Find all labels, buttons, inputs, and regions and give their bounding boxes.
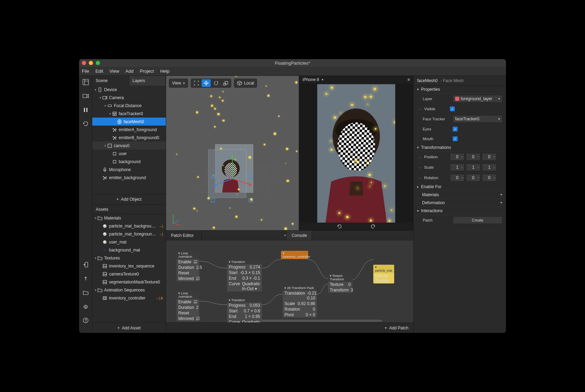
plus-icon[interactable]: + [500, 192, 502, 197]
section-materials[interactable]: Materials+ [414, 191, 506, 199]
scl-z-input[interactable]: 1Z [482, 163, 497, 171]
tree-row[interactable]: background [92, 158, 166, 166]
tab-patch-editor[interactable]: Patch Editor [166, 231, 202, 240]
flip-icon[interactable] [370, 224, 376, 229]
viewport-3d[interactable]: View▾ Local [166, 76, 299, 230]
node-row[interactable]: CurveQuadratic In-Out ▾ [227, 319, 262, 322]
patch-node[interactable]: ▾ TransitionProgress0.274Start-0.3 × 0.1… [227, 259, 262, 291]
close-tab-icon[interactable]: × [284, 233, 286, 238]
disclosure-icon[interactable]: ▾ [94, 256, 97, 260]
rot-x-input[interactable]: 0X [450, 174, 465, 182]
tree-row[interactable]: ▾faceTracker0 [92, 110, 166, 118]
section-enable[interactable]: ▸Enable For [414, 183, 506, 191]
link-icon[interactable]: → [418, 107, 421, 111]
scale-tool[interactable] [221, 79, 230, 87]
patch-node[interactable]: ▾ Loop AnimationEnable☑Duration2ResetMir… [177, 291, 199, 321]
rot-z-input[interactable]: 0Z [482, 174, 497, 182]
tree-row[interactable]: emitterA_foreground [92, 126, 166, 134]
tree-row[interactable]: particle_mat_backgrou…→| [92, 222, 166, 230]
rotate-tool[interactable] [211, 79, 220, 87]
tree-row[interactable]: emitter_background [92, 174, 166, 182]
section-transforms[interactable]: ▾Transformations [414, 144, 506, 152]
node-row[interactable]: End0.3 × -0.1 [227, 275, 262, 281]
node-row[interactable]: Progress0.274 [227, 264, 262, 270]
disclosure-icon[interactable]: ▾ [99, 96, 102, 99]
node-row[interactable]: Pivot0 × 0 [283, 312, 317, 318]
menu-project[interactable]: Project [140, 69, 154, 74]
scl-x-input[interactable]: 1X [450, 163, 465, 171]
facetracker-dropdown[interactable]: faceTracker0▾ [453, 115, 502, 123]
menu-add[interactable]: Add [125, 69, 133, 74]
disclosure-icon[interactable]: ▾ [94, 288, 97, 292]
tree-row[interactable]: ▾Camera [92, 94, 166, 102]
frame-tool[interactable] [192, 79, 201, 87]
device-dropdown[interactable]: iPhone 8▾ [303, 77, 323, 82]
menu-file[interactable]: File [82, 69, 89, 74]
node-row[interactable]: Texture0 [328, 282, 352, 287]
patch-node[interactable]: ▾ particle_matDiffuse Texture [373, 265, 394, 283]
link-icon[interactable]: → [418, 176, 421, 180]
node-row[interactable]: Scale0.92 0.86 [283, 301, 317, 306]
link-icon[interactable]: → [418, 166, 421, 169]
section-deformation[interactable]: Deformation+ [414, 199, 506, 207]
tree-row[interactable]: ▾Textures [92, 254, 166, 262]
node-row[interactable]: Reset [177, 310, 199, 316]
patch-node[interactable]: ▾ Loop AnimationEnable☑Duration2.5ResetM… [177, 251, 199, 281]
node-row[interactable]: Mirrored☑ [177, 316, 199, 321]
tree-row[interactable]: user_mat [92, 238, 166, 246]
tree-row[interactable]: ▾Materials [92, 214, 166, 222]
move-tool[interactable] [202, 79, 211, 87]
disclosure-icon[interactable]: ▾ [108, 112, 112, 115]
section-interactions[interactable]: ▾Interactions [414, 207, 506, 215]
tree-row[interactable]: ▾canvas0 [92, 142, 166, 150]
view-dropdown[interactable]: View▾ [169, 79, 188, 88]
tab-scene[interactable]: Scene [92, 76, 129, 86]
layout-icon[interactable] [82, 79, 89, 86]
tree-row[interactable]: user [92, 150, 166, 158]
camera-icon[interactable] [82, 93, 89, 99]
menu-edit[interactable]: Edit [95, 69, 103, 74]
node-row[interactable]: Start0.7 × 0.6 [227, 308, 262, 314]
menu-icon[interactable]: ≡ [407, 77, 410, 82]
node-row[interactable]: Transform3 [328, 287, 352, 293]
node-row[interactable]: Translation-0.21 0.10 [283, 290, 317, 301]
pos-x-input[interactable]: 0X [450, 153, 465, 161]
tree-row[interactable]: cameraTexture0 [92, 270, 166, 278]
node-row[interactable]: Enable☑ [177, 299, 199, 305]
folder-icon[interactable] [82, 289, 89, 296]
plus-icon[interactable]: + [500, 200, 502, 205]
pause-icon[interactable] [82, 106, 89, 113]
add-asset-button[interactable]: +Add Asset [92, 322, 166, 333]
help-icon[interactable] [82, 317, 89, 324]
node-row[interactable]: Rotation0 [283, 306, 317, 312]
bug-icon[interactable] [82, 303, 89, 310]
device-send-icon[interactable] [82, 261, 89, 268]
tree-row[interactable]: background_mat [92, 246, 166, 254]
add-patch-button[interactable]: +Add Patch [166, 322, 413, 333]
disclosure-icon[interactable]: ▾ [94, 88, 97, 91]
tree-row[interactable]: ▾Focal Distance [92, 102, 166, 110]
node-row[interactable]: Duration2 [177, 305, 199, 310]
menu-help[interactable]: Help [160, 69, 170, 74]
patch-node[interactable]: ▾ Texture TransformTexture0Transform3 [328, 273, 352, 293]
node-row[interactable]: CurveQuadratic In-Out ▾ [227, 281, 262, 291]
node-row[interactable]: Duration2.5 [177, 265, 199, 270]
tree-row[interactable]: ▾Device [92, 86, 166, 94]
upload-icon[interactable] [82, 275, 89, 282]
mouth-checkbox[interactable]: ✓ [453, 136, 458, 141]
tree-row[interactable]: Microphone [92, 166, 166, 174]
patch-node[interactable]: ▾ inventory_controller [281, 251, 308, 259]
menu-view[interactable]: View [109, 69, 119, 74]
pos-y-input[interactable]: 0Y [466, 153, 481, 161]
tree-row[interactable]: faceMesh0 [92, 118, 166, 126]
node-row[interactable]: Mirrored☑ [177, 276, 199, 281]
visible-checkbox[interactable]: ✓ [450, 106, 455, 111]
layer-dropdown[interactable]: foreground_layer▾ [453, 95, 502, 103]
node-row[interactable]: Diffuse Texture [373, 273, 394, 283]
eyes-checkbox[interactable]: ✓ [453, 127, 458, 131]
rot-y-input[interactable]: 0Y [466, 174, 481, 182]
disclosure-icon[interactable]: ▾ [103, 104, 107, 107]
disclosure-icon[interactable]: ▾ [103, 144, 107, 147]
node-row[interactable]: End1 × 0.95 [227, 314, 262, 319]
create-button[interactable]: Create [453, 216, 502, 224]
